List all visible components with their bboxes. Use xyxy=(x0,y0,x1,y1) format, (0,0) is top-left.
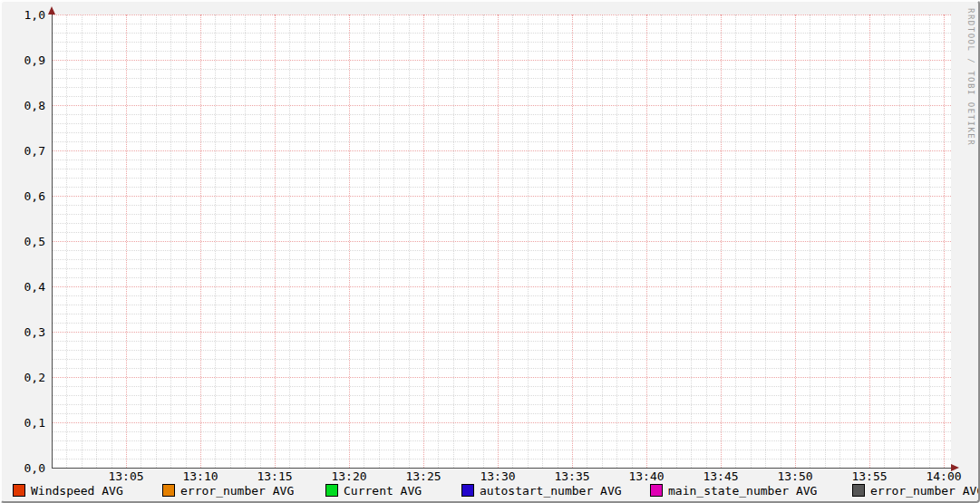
minor-gridline-vertical xyxy=(245,15,246,468)
minor-gridline-vertical xyxy=(602,15,603,468)
minor-gridline-horizontal xyxy=(52,42,951,43)
minor-gridline-vertical xyxy=(379,15,380,468)
major-gridline-vertical xyxy=(721,15,722,468)
x-tick-label: 13:15 xyxy=(257,469,292,483)
minor-gridline-vertical xyxy=(215,15,216,468)
minor-gridline-vertical xyxy=(170,15,171,468)
minor-gridline-vertical xyxy=(781,15,781,468)
legend-swatch-icon xyxy=(325,484,338,497)
major-gridline-vertical xyxy=(795,15,796,468)
y-tick-label: 0,1 xyxy=(4,416,45,430)
minor-gridline-horizontal xyxy=(52,214,951,215)
x-tick-label: 13:10 xyxy=(182,469,218,483)
minor-gridline-vertical xyxy=(393,15,394,468)
y-tick-label: 0,9 xyxy=(4,53,45,67)
major-gridline-horizontal xyxy=(52,332,951,333)
minor-gridline-vertical xyxy=(82,15,82,468)
major-gridline-horizontal xyxy=(52,15,951,15)
minor-gridline-horizontal xyxy=(52,24,951,24)
minor-gridline-horizontal xyxy=(52,386,951,387)
minor-gridline-horizontal xyxy=(52,69,951,70)
legend-item-autostart-number-avg: autostart_number AVG xyxy=(461,483,622,498)
minor-gridline-horizontal xyxy=(52,87,951,88)
minor-gridline-horizontal xyxy=(52,413,951,414)
minor-gridline-horizontal xyxy=(52,268,951,269)
minor-gridline-vertical xyxy=(735,15,736,468)
x-axis xyxy=(52,468,951,469)
minor-gridline-vertical xyxy=(438,15,439,468)
y-tick-label: 0,8 xyxy=(4,99,45,112)
minor-gridline-vertical xyxy=(825,15,826,468)
major-gridline-vertical xyxy=(869,15,870,468)
minor-gridline-horizontal xyxy=(52,395,951,396)
major-gridline-horizontal xyxy=(52,377,951,378)
minor-gridline-horizontal xyxy=(52,33,951,34)
y-tick-label: 0,6 xyxy=(4,189,45,203)
minor-gridline-horizontal xyxy=(52,277,951,278)
x-tick-label: 13:55 xyxy=(851,469,887,483)
y-tick-label: 0,2 xyxy=(4,371,45,384)
minor-gridline-horizontal xyxy=(52,459,951,459)
minor-gridline-vertical xyxy=(453,15,454,468)
minor-gridline-vertical xyxy=(751,15,752,468)
major-gridline-vertical xyxy=(646,15,647,468)
legend-item-windspeed-avg: Windspeed AVG xyxy=(13,483,123,498)
minor-gridline-vertical xyxy=(661,15,662,468)
minor-gridline-horizontal xyxy=(52,314,951,314)
major-gridline-vertical xyxy=(126,15,127,468)
minor-gridline-vertical xyxy=(156,15,157,468)
minor-gridline-vertical xyxy=(468,15,469,468)
x-tick-label: 13:30 xyxy=(480,469,515,483)
y-axis-arrow-icon xyxy=(48,6,55,15)
legend-swatch-icon xyxy=(461,484,474,497)
major-gridline-horizontal xyxy=(52,150,951,151)
minor-gridline-horizontal xyxy=(52,160,951,160)
major-gridline-vertical xyxy=(349,15,350,468)
legend-item-main-state-number-avg: main_state_number AVG xyxy=(650,483,817,498)
minor-gridline-vertical xyxy=(884,15,885,468)
minor-gridline-horizontal xyxy=(52,232,951,233)
minor-gridline-vertical xyxy=(810,15,810,468)
x-tick-label: 13:45 xyxy=(703,469,738,483)
minor-gridline-vertical xyxy=(186,15,187,468)
minor-gridline-horizontal xyxy=(52,187,951,188)
minor-gridline-horizontal xyxy=(52,323,951,324)
minor-gridline-vertical xyxy=(765,15,766,468)
minor-gridline-horizontal xyxy=(52,114,951,115)
minor-gridline-horizontal xyxy=(52,223,951,224)
minor-gridline-horizontal xyxy=(52,450,951,450)
minor-gridline-horizontal xyxy=(52,141,951,142)
x-tick-label: 13:35 xyxy=(554,469,589,483)
major-gridline-horizontal xyxy=(52,241,951,242)
legend-swatch-icon xyxy=(650,484,663,497)
x-tick-label: 13:50 xyxy=(777,469,812,483)
minor-gridline-vertical xyxy=(899,15,900,468)
minor-gridline-horizontal xyxy=(52,96,951,97)
minor-gridline-vertical xyxy=(914,15,915,468)
y-axis xyxy=(52,9,53,468)
legend-label: error_number AVG xyxy=(180,484,294,498)
minor-gridline-horizontal xyxy=(52,431,951,432)
x-tick-label: 13:20 xyxy=(331,469,366,483)
minor-gridline-vertical xyxy=(260,15,261,468)
x-tick-label: 13:05 xyxy=(108,469,143,483)
minor-gridline-vertical xyxy=(929,15,930,468)
major-gridline-horizontal xyxy=(52,422,951,423)
major-gridline-horizontal xyxy=(52,60,951,61)
legend-swatch-icon xyxy=(162,484,175,497)
major-gridline-vertical xyxy=(944,15,945,468)
minor-gridline-vertical xyxy=(512,15,513,468)
major-gridline-vertical xyxy=(200,15,201,468)
legend-item-error-number-avg: error_number AVG xyxy=(852,483,980,498)
legend-swatch-icon xyxy=(13,484,25,497)
rrdtool-graph: 0,00,10,20,30,40,50,60,70,80,91,0 13:051… xyxy=(0,0,980,503)
minor-gridline-horizontal xyxy=(52,178,951,179)
minor-gridline-horizontal xyxy=(52,440,951,441)
minor-gridline-vertical xyxy=(676,15,677,468)
legend-label: autostart_number AVG xyxy=(480,484,622,498)
minor-gridline-horizontal xyxy=(52,132,951,133)
legend-swatch-icon xyxy=(852,484,865,497)
minor-gridline-horizontal xyxy=(52,305,951,305)
minor-gridline-horizontal xyxy=(52,368,951,369)
legend-item-error-number-avg: error_number AVG xyxy=(162,483,294,498)
